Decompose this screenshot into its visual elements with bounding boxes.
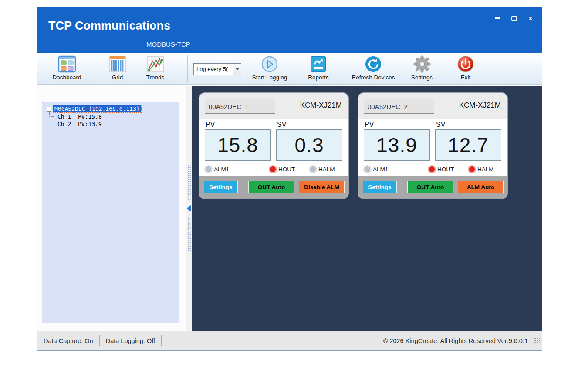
alm1-led-icon (365, 166, 370, 172)
tree-item-ch1[interactable]: Ch 1 PV:15.8 (53, 113, 177, 120)
pv-value: 13.9 (376, 133, 417, 157)
app-title: TCP Communications (48, 19, 170, 33)
alm1-led-label: ALM1 (373, 166, 388, 173)
halm-indicator: HALM (469, 166, 494, 173)
card-footer: Settings OUT Auto ALM Auto (358, 176, 507, 198)
out-auto-button[interactable]: OUT Auto (248, 181, 294, 193)
device-model-label: KCM-XJ21M (459, 101, 501, 110)
device-tree: M00A52DEC (192.168.0.113) Ch 1 PV:15.8 C… (42, 102, 179, 323)
device-card-2: KCM-XJ21M PV SV 13.9 12.7 (358, 92, 508, 199)
halm-led-label: HALM (477, 166, 494, 173)
data-capture-status: Data Capture: On (37, 337, 99, 344)
exit-button[interactable]: Exit (451, 54, 480, 83)
alm-auto-button[interactable]: ALM Auto (458, 181, 504, 193)
out-auto-button[interactable]: OUT Auto (407, 181, 453, 193)
dashboard-icon (57, 54, 77, 74)
halm-led-label: HALM (318, 166, 335, 173)
title-bar: TCP Communications MODBUS-TCP x (37, 7, 542, 53)
sv-display: 12.7 (435, 129, 501, 161)
device-name-input[interactable] (364, 99, 434, 114)
trends-button[interactable]: Trends (137, 54, 174, 83)
device-model-label: KCM-XJ21M (300, 101, 342, 110)
report-icon (310, 54, 327, 74)
tree-item-ch2[interactable]: Ch 2 PV:13.9 (53, 120, 177, 128)
chevron-down-icon (236, 68, 239, 70)
hout-led-icon (270, 166, 276, 172)
refresh-icon (364, 54, 382, 74)
minimize-button[interactable] (490, 13, 504, 24)
settings-button[interactable]: Settings (406, 54, 438, 83)
reports-button[interactable]: Reports (301, 54, 336, 83)
splitter-collapse-arrow-icon[interactable] (187, 205, 191, 212)
dropdown-button[interactable] (233, 64, 241, 75)
resize-grip[interactable] (534, 337, 540, 343)
device-card-1: KCM-XJ21M PV SV 15.8 0.3 (199, 92, 349, 199)
sv-display: 0.3 (276, 129, 342, 161)
toolbar: Dashboard Grid (37, 53, 542, 85)
panel-splitter[interactable] (186, 86, 192, 331)
hout-led-label: HOUT (278, 166, 295, 173)
gear-icon (413, 54, 431, 74)
sv-label: SV (436, 121, 445, 129)
splitter-grip-bottom (187, 216, 191, 252)
start-logging-label: Start Logging (252, 74, 287, 81)
refresh-devices-label: Refresh Devices (351, 74, 395, 81)
sv-label: SV (277, 121, 286, 129)
hout-led-icon (429, 166, 435, 172)
dashboard-label: Dashboard (52, 74, 81, 81)
exit-label: Exit (461, 74, 471, 81)
toolbar-separator (187, 55, 188, 82)
close-icon: x (529, 15, 533, 22)
splitter-grip-top (187, 165, 191, 200)
minimize-icon (495, 17, 500, 19)
tree-root-label[interactable]: M00A52DEC (192.168.0.113) (53, 105, 141, 112)
pv-label: PV (365, 121, 374, 129)
trends-icon (146, 54, 165, 74)
sv-value: 0.3 (295, 133, 324, 157)
dashboard-canvas: KCM-XJ21M PV SV 15.8 0.3 (192, 86, 542, 331)
play-icon (260, 54, 279, 74)
led-row: ALM1 HOUT HALM (199, 163, 348, 176)
app-subtitle: MODBUS-TCP (146, 41, 190, 48)
card-body: PV SV 13.9 12.7 ALM1 (358, 119, 507, 177)
start-logging-button[interactable]: Start Logging (246, 54, 294, 83)
hout-indicator: HOUT (270, 166, 295, 173)
desktop-background: TCP Communications MODBUS-TCP x (0, 0, 588, 377)
app-window: TCP Communications MODBUS-TCP x (37, 7, 542, 351)
hout-indicator: HOUT (429, 166, 454, 173)
grid-label: Grid (112, 74, 123, 81)
device-settings-button[interactable]: Settings (363, 181, 397, 193)
reports-label: Reports (308, 74, 328, 81)
led-row: ALM1 HOUT HALM (358, 163, 507, 176)
maximize-button[interactable] (507, 13, 521, 24)
card-header: KCM-XJ21M (358, 93, 507, 119)
refresh-devices-button[interactable]: Refresh Devices (348, 54, 399, 83)
pv-value: 15.8 (217, 133, 258, 157)
tree-collapse-icon[interactable] (47, 107, 51, 112)
status-bar: Data Capture: On Data Logging: Off © 202… (37, 331, 542, 350)
power-icon (456, 54, 475, 74)
hout-led-label: HOUT (437, 166, 454, 173)
data-logging-status: Data Logging: Off (100, 337, 161, 344)
halm-led-icon (310, 166, 316, 172)
log-interval-dropdown[interactable]: Log every 5( (193, 63, 241, 75)
device-name-input[interactable] (205, 99, 275, 114)
grid-button[interactable]: Grid (99, 54, 136, 83)
tree-root-row[interactable]: M00A52DEC (192.168.0.113) (44, 105, 177, 113)
card-body: PV SV 15.8 0.3 ALM1 (199, 119, 348, 177)
trends-label: Trends (146, 74, 165, 81)
close-button[interactable]: x (524, 13, 537, 24)
alm1-led-label: ALM1 (214, 166, 229, 173)
content-area: M00A52DEC (192.168.0.113) Ch 1 PV:15.8 C… (37, 86, 542, 331)
alm1-indicator: ALM1 (365, 166, 388, 173)
dashboard-button[interactable]: Dashboard (46, 54, 88, 83)
card-footer: Settings OUT Auto Disable ALM (199, 176, 348, 198)
tree-children: Ch 1 PV:15.8 Ch 2 PV:13.9 (53, 113, 177, 128)
pv-display: 15.8 (205, 129, 271, 161)
halm-indicator: HALM (310, 166, 335, 173)
grid-icon (108, 54, 127, 74)
device-settings-button[interactable]: Settings (204, 181, 238, 193)
disable-alm-button[interactable]: Disable ALM (299, 181, 345, 193)
halm-led-icon (469, 166, 475, 172)
pv-label: PV (206, 121, 215, 129)
